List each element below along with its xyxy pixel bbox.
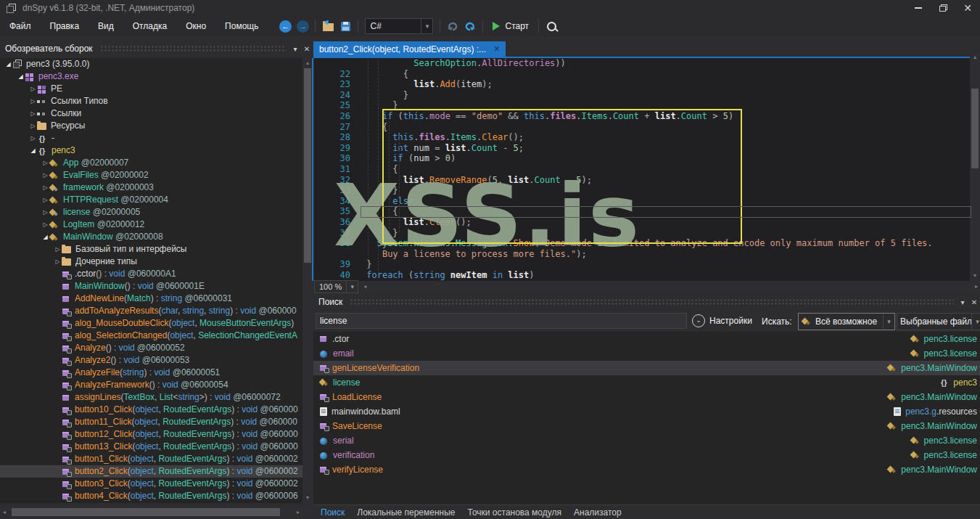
expander-icon[interactable]: ▷ — [41, 194, 49, 206]
tree-horizontal-scrollbar[interactable]: ◂ ▸ — [0, 507, 313, 518]
expander-icon[interactable]: ▷ — [41, 169, 49, 181]
menu-item[interactable]: Отладка — [123, 17, 176, 35]
zoom-level-combo[interactable]: 100 % ▾ — [314, 280, 358, 293]
tree-row[interactable]: ▷Базовый тип и интерфейсы — [0, 243, 302, 256]
tree-row[interactable]: ▷Ссылки — [0, 107, 302, 120]
panel-menu-chevron-icon[interactable]: ▾ — [957, 298, 968, 306]
tree-row[interactable]: ▷- — [0, 132, 302, 144]
bottom-tab-1[interactable]: Поиск — [318, 507, 347, 518]
expander-icon[interactable]: ◢ — [41, 231, 49, 243]
tree-vertical-scrollbar[interactable]: ▴ ▾ — [302, 58, 313, 503]
chevron-down-icon[interactable]: ▾ — [421, 19, 432, 33]
tree-row[interactable]: ▷EvalFiles @02000002 — [0, 169, 302, 181]
tab-close-icon[interactable]: ✕ — [493, 44, 500, 54]
tree-row[interactable]: addToAnalyzeResults(char, string, string… — [0, 305, 302, 317]
scroll-down-icon[interactable]: ▾ — [970, 273, 980, 279]
tree-row[interactable]: ▷license @02000005 — [0, 206, 302, 218]
tree-row[interactable]: button12_Click(object, RoutedEventArgs) … — [0, 428, 302, 441]
search-assemblies-button[interactable] — [543, 17, 560, 35]
scroll-down-icon[interactable]: ▾ — [302, 495, 313, 501]
expander-icon[interactable]: ◢ — [4, 58, 12, 70]
scroll-right-icon[interactable]: ▸ — [297, 510, 300, 515]
scrollbar-thumb[interactable] — [12, 508, 280, 516]
open-assembly-button[interactable] — [319, 17, 337, 35]
tree-row[interactable]: Analyze2() : void @06000053 — [0, 354, 302, 367]
tree-row[interactable]: ▷PE — [0, 83, 302, 95]
expander-icon[interactable]: ▷ — [29, 83, 37, 95]
tree-row[interactable]: .cctor() : void @060000A1 — [0, 268, 302, 280]
scrollbar-thumb[interactable] — [971, 89, 979, 168]
expander-icon[interactable]: ▷ — [29, 107, 37, 120]
expander-icon[interactable]: ▷ — [41, 206, 49, 218]
tree-row[interactable]: AnalyzeFile(string) : void @06000051 — [0, 367, 302, 379]
scroll-right-icon[interactable]: ▸ — [975, 284, 978, 290]
editor-horizontal-scrollbar[interactable]: ◂ ▸ — [361, 282, 980, 292]
expander-icon[interactable]: ▷ — [54, 256, 62, 268]
tree-row[interactable]: ◢penc3 (3.95.0.0) — [0, 58, 302, 70]
expander-icon[interactable]: ▷ — [29, 132, 37, 144]
tree-row[interactable]: button3_Click(object, RoutedEventArgs) :… — [0, 478, 302, 490]
expander-icon[interactable]: ▷ — [41, 157, 49, 169]
navigate-forward-button[interactable]: → — [294, 17, 311, 35]
tree-row[interactable]: MainWindow() : void @0600001E — [0, 280, 302, 293]
menu-item[interactable]: Файл — [0, 17, 41, 35]
panel-menu-chevron-icon[interactable]: ▾ — [289, 45, 301, 53]
search-result-row[interactable]: serialpenc3.license — [313, 433, 980, 448]
tree-row[interactable]: AnalyzeFramework() : void @06000054 — [0, 379, 302, 391]
save-module-button[interactable] — [337, 17, 354, 35]
close-button[interactable]: ✕ — [955, 0, 980, 16]
expander-icon[interactable]: ◢ — [17, 70, 25, 83]
expander-icon[interactable]: ▷ — [29, 95, 37, 107]
tree-row[interactable]: button11_Click(object, RoutedEventArgs) … — [0, 416, 302, 428]
scroll-up-icon[interactable]: ▴ — [302, 60, 313, 66]
search-scope-combo[interactable]: Всё возможное ▾ — [798, 313, 895, 330]
tree-row[interactable]: button5_Click(object, RoutedEventArgs) :… — [0, 502, 302, 503]
language-combo[interactable]: C# ▾ — [365, 18, 433, 34]
file-scope-combo[interactable]: Выбранные файлы ▾ — [897, 313, 980, 330]
menu-item[interactable]: Окно — [176, 17, 215, 35]
search-result-row[interactable]: licensepenc3 — [313, 375, 980, 390]
search-result-row[interactable]: .ctorpenc3.license — [313, 332, 980, 346]
scrollbar-thumb[interactable] — [304, 68, 311, 263]
expander-icon[interactable]: ▷ — [54, 243, 62, 256]
undo-button[interactable] — [444, 17, 461, 35]
search-result-row[interactable]: genLicenseVerificationpenc3.MainWindow — [313, 361, 980, 375]
search-result-row[interactable]: SaveLicensepenc3.MainWindow — [313, 419, 980, 433]
menu-item[interactable]: Правка — [41, 17, 89, 35]
bottom-tab-2[interactable]: Локальные переменные — [354, 507, 458, 518]
panel-close-icon[interactable]: ✕ — [968, 298, 980, 306]
tree-row[interactable]: alog_SelectionChanged(object, SelectionC… — [0, 330, 302, 342]
search-result-row[interactable]: emailpenc3.license — [313, 346, 980, 361]
expander-icon[interactable]: ◢ — [29, 144, 37, 157]
search-result-row[interactable]: verificationpenc3.license — [313, 448, 980, 462]
tree-row[interactable]: ▷Ресурсы — [0, 120, 302, 132]
tree-row[interactable]: ▷Дочерние типы — [0, 256, 302, 268]
scroll-up-icon[interactable]: ▴ — [970, 54, 980, 60]
search-result-row[interactable]: LoadLicensepenc3.MainWindow — [313, 390, 980, 404]
tree-row[interactable]: ▷framework @02000003 — [0, 181, 302, 194]
bottom-tab-4[interactable]: Анализатор — [571, 507, 625, 518]
tree-row[interactable]: ◢MainWindow @02000008 — [0, 231, 302, 243]
chevron-down-icon[interactable]: ▾ — [883, 314, 894, 330]
tree-row[interactable]: alog_MouseDoubleClick(object, MouseButto… — [0, 317, 302, 330]
navigate-back-button[interactable]: ← — [276, 17, 294, 35]
tree-row[interactable]: button1_Click(object, RoutedEventArgs) :… — [0, 453, 302, 465]
search-result-row[interactable]: mainwindow.bamlpenc3.g.resources — [313, 404, 980, 419]
expander-icon[interactable]: ▷ — [29, 120, 37, 132]
chevron-down-icon[interactable]: ▾ — [346, 281, 358, 293]
tree-row[interactable]: button10_Click(object, RoutedEventArgs) … — [0, 404, 302, 416]
tree-row[interactable]: assignLines(TextBox, List<string>) : voi… — [0, 391, 302, 404]
tree-row[interactable]: ◢penc3 — [0, 144, 302, 157]
tree-row[interactable]: AddNewLine(Match) : string @06000031 — [0, 293, 302, 305]
redo-button[interactable] — [461, 17, 479, 35]
tree-row[interactable]: button13_Click(object, RoutedEventArgs) … — [0, 441, 302, 453]
chevron-down-icon[interactable]: ▾ — [971, 314, 980, 330]
scroll-left-icon[interactable]: ◂ — [3, 510, 6, 515]
search-settings[interactable]: ⌄ Настройки — [692, 314, 752, 327]
tree-row[interactable]: ◢penc3.exe — [0, 70, 302, 83]
search-input[interactable] — [316, 313, 687, 329]
tree-row[interactable]: ▷Ссылки Типов — [0, 95, 302, 107]
menu-item[interactable]: Вид — [88, 17, 123, 35]
tree-row[interactable]: ▷App @02000007 — [0, 157, 302, 169]
tree-row[interactable]: button4_Click(object, RoutedEventArgs) :… — [0, 490, 302, 502]
